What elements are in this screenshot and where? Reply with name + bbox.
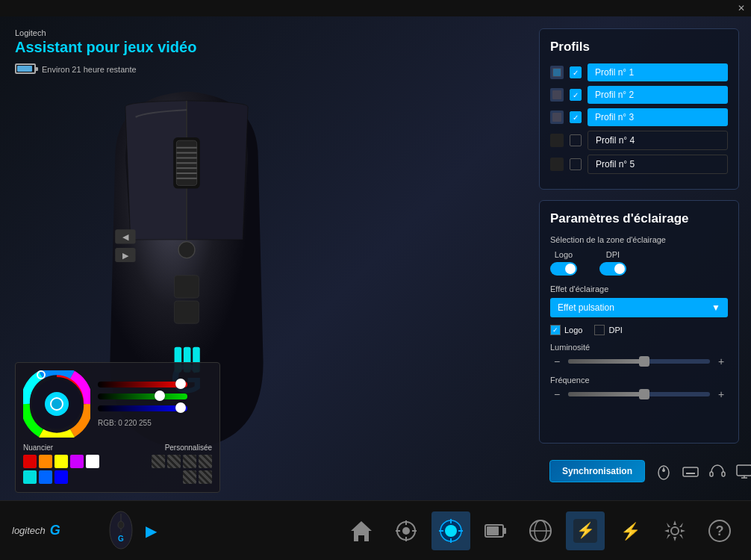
swatch-yellow[interactable] [54, 455, 68, 468]
profiles-card: Profils Profil n° 1 Profil n° 2 [539, 28, 739, 190]
logo-checkbox-label: Logo [564, 326, 582, 335]
profile-checkbox-4[interactable] [570, 134, 582, 146]
profile-icon-2 [550, 88, 564, 102]
effect-label: Effet d'éclairage [550, 284, 728, 293]
main-area: Logitech Assistant pour jeux vidéo Envir… [0, 16, 751, 500]
zone-logo-toggle[interactable] [550, 262, 577, 276]
headset-bottom-icon[interactable] [706, 460, 729, 482]
profile-checkbox-1[interactable] [570, 66, 582, 78]
profile-checkbox-5[interactable] [570, 158, 582, 170]
frequence-plus-btn[interactable]: + [714, 388, 728, 401]
svg-point-32 [662, 469, 665, 472]
zone-dpi-toggle[interactable] [599, 262, 626, 276]
nuancier-label: Nuancier [23, 444, 105, 452]
luminosite-minus-btn[interactable]: − [550, 355, 564, 368]
frequence-row: − + [550, 388, 728, 401]
mouse-bottom-icon[interactable] [652, 460, 675, 482]
frequence-label: Fréquence [550, 376, 728, 385]
svg-point-14 [178, 242, 195, 258]
footer-network-btn[interactable] [521, 511, 560, 550]
color-picker-panel: RGB: 0 220 255 Nuancier [15, 362, 220, 493]
swatch-white[interactable] [86, 455, 99, 468]
custom-swatch-2[interactable] [167, 455, 181, 468]
footer-lighting-btn[interactable] [431, 511, 470, 550]
profile-label-5[interactable]: Profil n° 5 [588, 155, 728, 174]
effect-dropdown[interactable]: Effet pulsation ▼ [550, 298, 728, 317]
left-panel: Logitech Assistant pour jeux vidéo Envir… [0, 16, 527, 500]
custom-swatches [145, 455, 212, 484]
footer-gaming-btn[interactable]: ⚡ [566, 511, 605, 550]
svg-text:▶: ▶ [122, 251, 129, 260]
zone-label: Sélection de la zone d'éclairage [550, 235, 728, 244]
svg-rect-33 [683, 467, 698, 476]
frequence-slider[interactable] [568, 392, 710, 396]
footer-home-btn[interactable] [342, 511, 381, 550]
keyboard-bottom-icon[interactable] [679, 460, 702, 482]
svg-rect-29 [552, 113, 561, 122]
luminosite-slider[interactable] [568, 359, 710, 364]
effect-checkbox-row: Logo DPI [550, 325, 728, 335]
battery-icon [15, 63, 36, 75]
profile-item-3: Profil n° 3 [550, 108, 728, 126]
g-logo: G [50, 523, 60, 538]
svg-text:G: G [118, 535, 124, 543]
luminosite-plus-btn[interactable]: + [714, 355, 728, 368]
svg-point-24 [51, 398, 63, 410]
profile-item-1: Profil n° 1 [550, 63, 728, 81]
footer-mouse-thumbnail[interactable]: G [105, 508, 138, 553]
g-slider-row[interactable] [98, 393, 212, 399]
color-wheel[interactable] [23, 370, 90, 438]
footer-battery-btn[interactable] [476, 511, 515, 550]
dpi-checkbox[interactable] [594, 325, 605, 335]
dropdown-arrow-icon: ▼ [711, 302, 720, 313]
profile-label-4[interactable]: Profil n° 4 [588, 131, 728, 150]
custom-swatch-1[interactable] [152, 455, 165, 468]
footer-icons: ⚡ ⚡ ? [172, 511, 751, 550]
svg-marker-49 [351, 521, 372, 541]
swatch-red[interactable] [23, 455, 37, 468]
swatch-darkblue[interactable] [54, 470, 68, 484]
close-button[interactable]: ✕ [738, 3, 745, 13]
profile-item-5: Profil n° 5 [550, 155, 728, 174]
svg-point-51 [402, 527, 410, 535]
custom-swatch-4[interactable] [199, 455, 212, 468]
profile-label-2[interactable]: Profil n° 2 [588, 86, 728, 104]
profile-label-3[interactable]: Profil n° 3 [588, 108, 728, 126]
profile-checkbox-3[interactable] [570, 111, 582, 123]
svg-rect-15 [175, 276, 199, 298]
monitor-bottom-icon[interactable] [733, 460, 751, 482]
swatch-cyan[interactable] [23, 470, 37, 484]
luminosite-row: − + [550, 355, 728, 368]
footer-help-btn[interactable]: ? [700, 511, 739, 550]
frequence-minus-btn[interactable]: − [550, 388, 564, 401]
custom-swatch-3[interactable] [183, 455, 196, 468]
logo-checkbox-item: Logo [550, 325, 582, 335]
footer-performance-btn[interactable]: ⚡ [611, 511, 649, 550]
sync-button[interactable]: Synchronisation [549, 460, 645, 482]
svg-rect-41 [737, 465, 751, 476]
profile-checkbox-2[interactable] [570, 89, 582, 101]
dpi-checkbox-label: DPI [608, 326, 622, 335]
footer-settings-btn[interactable] [655, 511, 694, 550]
title-bar: ✕ [0, 0, 751, 16]
custom-swatch-5[interactable] [183, 470, 196, 484]
profile-label-1[interactable]: Profil n° 1 [588, 63, 728, 81]
svg-point-71 [671, 527, 679, 535]
zone-dpi-label: DPI [606, 250, 620, 259]
lighting-title: Paramètres d'éclairage [550, 211, 728, 226]
rgb-label: RGB: 0 220 255 [98, 419, 212, 427]
swatch-purple[interactable] [70, 455, 84, 468]
svg-text:⚡: ⚡ [620, 521, 641, 541]
swatch-orange[interactable] [39, 455, 52, 468]
footer-components-btn[interactable] [387, 511, 426, 550]
footer: logitech G G ▶ [0, 500, 751, 560]
custom-swatch-6[interactable] [199, 470, 212, 484]
svg-rect-28 [552, 90, 561, 99]
right-panel: Profils Profil n° 1 Profil n° 2 [527, 16, 751, 500]
logo-checkbox[interactable] [550, 325, 561, 335]
next-arrow[interactable]: ▶ [146, 522, 157, 540]
swatch-blue[interactable] [39, 470, 52, 484]
footer-device: G ▶ [97, 508, 172, 553]
b-slider-row[interactable] [98, 405, 212, 411]
r-slider-row[interactable] [98, 382, 212, 388]
